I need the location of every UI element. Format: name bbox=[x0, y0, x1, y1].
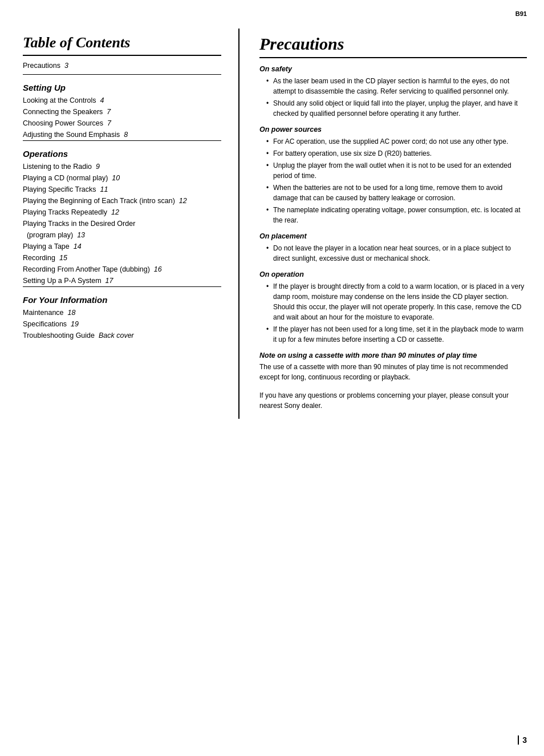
toc-precautions-label: Precautions bbox=[23, 62, 60, 70]
toc-fyi-heading: For Your Information bbox=[23, 295, 221, 305]
list-item: Connecting the Speakers 7 bbox=[23, 106, 221, 118]
note-cassette-text: The use of a cassette with more than 90 … bbox=[259, 362, 527, 382]
operations-rule bbox=[23, 140, 221, 141]
two-column-layout: Table of Contents Precautions 3 Setting … bbox=[0, 23, 544, 419]
note-cassette-heading: Note on using a cassette with more than … bbox=[259, 351, 527, 359]
toc-column: Table of Contents Precautions 3 Setting … bbox=[0, 29, 239, 419]
list-item: Playing a CD (normal play) 10 bbox=[23, 172, 221, 184]
on-operation-section: On operation If the player is brought di… bbox=[259, 270, 527, 345]
list-item: Choosing Power Sources 7 bbox=[23, 118, 221, 129]
list-item: For AC operation, use the supplied AC po… bbox=[266, 136, 527, 147]
toc-setting-up-heading: Setting Up bbox=[23, 83, 221, 92]
list-item: Looking at the Controls 4 bbox=[23, 95, 221, 106]
list-item: For battery operation, use six size D (R… bbox=[266, 148, 527, 159]
toc-title-rule bbox=[23, 55, 221, 56]
list-item: Unplug the player from the wall outlet w… bbox=[266, 160, 527, 181]
on-safety-section: On safety As the laser beam used in the … bbox=[259, 65, 527, 119]
list-item: (program play) 13 bbox=[23, 229, 221, 241]
toc-setting-up-section: Setting Up Looking at the Controls 4Conn… bbox=[23, 74, 221, 140]
page-id-badge: B91 bbox=[515, 10, 527, 17]
list-item: Maintenance 18 bbox=[23, 307, 221, 318]
list-item: Playing a Tape 14 bbox=[23, 241, 221, 252]
toc-precautions-entry: Precautions 3 bbox=[23, 62, 221, 70]
list-item: When the batteries are not to be used fo… bbox=[266, 183, 527, 203]
list-item: Playing Tracks in the Desired Order bbox=[23, 218, 221, 229]
precautions-title: Precautions bbox=[259, 34, 527, 54]
list-item: Playing Tracks Repeatedly 12 bbox=[23, 207, 221, 218]
list-item: Setting Up a P-A System 17 bbox=[23, 275, 221, 286]
list-item: Troubleshooting Guide Back cover bbox=[23, 330, 221, 341]
note-cassette-section: Note on using a cassette with more than … bbox=[259, 351, 527, 382]
toc-precautions-page: 3 bbox=[64, 62, 68, 70]
list-item: Should any solid object or liquid fall i… bbox=[266, 98, 527, 119]
on-placement-list: Do not leave the player in a location ne… bbox=[259, 243, 527, 264]
toc-setting-up-entries: Looking at the Controls 4Connecting the … bbox=[23, 95, 221, 140]
on-operation-heading: On operation bbox=[259, 270, 527, 278]
bottom-page-number: 3 bbox=[518, 735, 527, 745]
on-power-list: For AC operation, use the supplied AC po… bbox=[259, 136, 527, 225]
on-power-section: On power sources For AC operation, use t… bbox=[259, 126, 527, 225]
toc-operations-section: Operations Listening to the Radio 9Playi… bbox=[23, 140, 221, 286]
list-item: If the player has not been used for a lo… bbox=[266, 324, 527, 345]
setting-up-rule bbox=[23, 74, 221, 75]
on-placement-heading: On placement bbox=[259, 232, 527, 240]
list-item: The nameplate indicating operating volta… bbox=[266, 205, 527, 225]
on-safety-heading: On safety bbox=[259, 65, 527, 73]
toc-operations-heading: Operations bbox=[23, 149, 221, 159]
precautions-column: Precautions On safety As the laser beam … bbox=[239, 29, 544, 419]
list-item: Listening to the Radio 9 bbox=[23, 161, 221, 172]
toc-fyi-entries: Maintenance 18Specifications 19Troublesh… bbox=[23, 307, 221, 341]
list-item: As the laser beam used in the CD player … bbox=[266, 76, 527, 96]
bottom-page-num-value: 3 bbox=[522, 735, 527, 745]
toc-operations-entries: Listening to the Radio 9Playing a CD (no… bbox=[23, 161, 221, 286]
on-power-heading: On power sources bbox=[259, 126, 527, 134]
list-item: Adjusting the Sound Emphasis 8 bbox=[23, 129, 221, 140]
on-operation-list: If the player is brought directly from a… bbox=[259, 281, 527, 345]
list-item: If the player is brought directly from a… bbox=[266, 281, 527, 322]
list-item: Playing the Beginning of Each Track (int… bbox=[23, 195, 221, 207]
on-placement-section: On placement Do not leave the player in … bbox=[259, 232, 527, 264]
toc-fyi-section: For Your Information Maintenance 18Speci… bbox=[23, 286, 221, 341]
precautions-footer: If you have any questions or problems co… bbox=[259, 390, 527, 411]
list-item: Playing Specific Tracks 11 bbox=[23, 184, 221, 195]
page: B91 Table of Contents Precautions 3 Sett… bbox=[0, 0, 544, 756]
precautions-title-rule bbox=[259, 57, 527, 58]
fyi-rule bbox=[23, 286, 221, 287]
list-item: Specifications 19 bbox=[23, 318, 221, 330]
on-safety-list: As the laser beam used in the CD player … bbox=[259, 76, 527, 119]
toc-title: Table of Contents bbox=[23, 34, 221, 51]
list-item: Recording From Another Tape (dubbing) 16 bbox=[23, 264, 221, 275]
list-item: Do not leave the player in a location ne… bbox=[266, 243, 527, 264]
list-item: Recording 15 bbox=[23, 252, 221, 264]
